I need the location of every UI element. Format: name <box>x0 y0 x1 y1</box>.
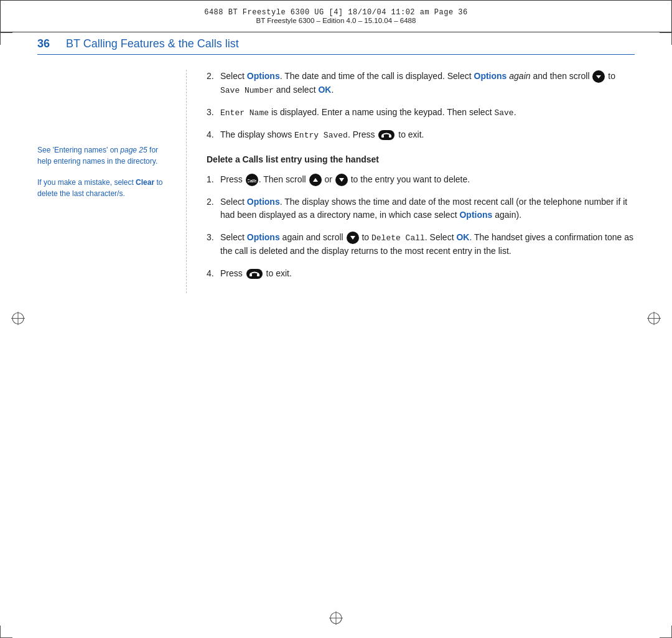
corner-mark-top-right <box>660 32 672 45</box>
step-text-4: The display shows Entry Saved. Press to … <box>220 128 635 142</box>
end-call-icon-1 <box>378 130 394 140</box>
delete-steps-list: 1. Press Calls . Then scroll or <box>207 173 635 281</box>
del-step-text-4: Press to exit. <box>220 267 635 281</box>
save-step-3: 3. Enter Name is displayed. Enter a name… <box>207 106 635 120</box>
delete-step-3: 3. Select Options again and scroll to De… <box>207 231 635 258</box>
del-step-num-4: 4. <box>207 267 220 281</box>
sidebar-note-1: See 'Entering names' on page 25 for help… <box>37 144 171 167</box>
delete-step-2: 2. Select Options. The display shows the… <box>207 195 635 222</box>
scroll-down-icon-1 <box>592 70 605 83</box>
step-text-3: Enter Name is displayed. Enter a name us… <box>220 106 635 120</box>
right-col: 2. Select Options. The date and time of … <box>187 70 635 293</box>
entry-saved-mono: Entry Saved <box>294 131 348 140</box>
chapter-number: 36 <box>37 37 55 50</box>
corner-mark-top-left <box>0 32 12 45</box>
options-link-4: Options <box>459 210 492 220</box>
options-link-3: Options <box>247 197 280 207</box>
chapter-heading: 36 BT Calling Features & the Calls list <box>37 37 635 50</box>
bottom-crosshair <box>329 611 343 627</box>
del-step-num-3: 3. <box>207 231 220 258</box>
sidebar-note-2-prefix: If you make a mistake, select <box>37 178 136 187</box>
save-number-mono: Save Number <box>220 86 274 95</box>
end-call-icon-2 <box>246 269 263 279</box>
options-link-2: Options <box>474 71 507 81</box>
step-num-4: 4. <box>207 128 220 142</box>
header-top-line: 6488 BT Freestyle 6300 UG [4] 18/10/04 1… <box>204 8 468 17</box>
corner-mark-bottom-right <box>660 626 672 638</box>
two-col-layout: See 'Entering names' on page 25 for help… <box>37 70 635 293</box>
del-step-num-2: 2. <box>207 195 220 222</box>
enter-name-mono: Enter Name <box>220 108 269 118</box>
svg-marker-17 <box>350 236 355 240</box>
svg-text:Calls: Calls <box>248 179 256 183</box>
step-text-2: Select Options. The date and time of the… <box>220 70 635 97</box>
step-num-3: 3. <box>207 106 220 120</box>
save-step-4: 4. The display shows Entry Saved. Press … <box>207 128 635 142</box>
left-sidebar: See 'Entering names' on page 25 for help… <box>37 70 187 293</box>
svg-rect-12 <box>389 135 391 138</box>
options-link-1: Options <box>247 71 280 81</box>
options-link-5: Options <box>247 232 280 242</box>
save-mono: Save <box>494 108 513 118</box>
delete-step-1: 1. Press Calls . Then scroll or <box>207 173 635 187</box>
scroll-up-icon-1 <box>309 174 322 186</box>
del-step-text-2: Select Options. The display shows the ti… <box>220 195 635 222</box>
scroll-down-icon-2 <box>335 174 348 186</box>
svg-marker-16 <box>339 178 344 182</box>
scroll-down-icon-3 <box>347 232 359 244</box>
chapter-title: BT Calling Features & the Calls list <box>66 37 239 50</box>
del-step-text-1: Press Calls . Then scroll or to the entr… <box>220 173 635 187</box>
delete-call-mono: Delete Call <box>371 233 425 243</box>
svg-rect-18 <box>250 274 252 276</box>
step-num-2: 2. <box>207 70 220 97</box>
calls-icon-1: Calls <box>246 174 258 186</box>
delete-step-4: 4. Press to exit. <box>207 267 635 281</box>
ok-2: OK <box>456 232 469 242</box>
sidebar-clear-bold: Clear <box>136 178 154 187</box>
right-mid-crosshair <box>647 311 661 327</box>
corner-mark-bottom-left <box>0 626 12 638</box>
ok-1: OK <box>318 85 331 95</box>
del-step-text-3: Select Options again and scroll to Delet… <box>220 231 635 258</box>
left-mid-crosshair <box>11 311 25 327</box>
svg-marker-15 <box>313 178 318 182</box>
save-steps-list: 2. Select Options. The date and time of … <box>207 70 635 142</box>
header-sub-line: BT Freestyle 6300 – Edition 4.0 – 15.10.… <box>256 17 416 24</box>
del-step-num-1: 1. <box>207 173 220 187</box>
svg-rect-19 <box>257 274 259 276</box>
sidebar-note-1-text: See 'Entering names' on page 25 for help… <box>37 146 158 166</box>
header-bar: 6488 BT Freestyle 6300 UG [4] 18/10/04 1… <box>0 0 672 32</box>
chapter-rule <box>37 54 635 55</box>
section-heading-delete: Delete a Calls list entry using the hand… <box>207 154 635 164</box>
page-content: 36 BT Calling Features & the Calls list … <box>37 37 635 613</box>
svg-rect-11 <box>381 135 384 138</box>
sidebar-note-2: If you make a mistake, select Clear to d… <box>37 177 171 199</box>
save-step-2: 2. Select Options. The date and time of … <box>207 70 635 97</box>
